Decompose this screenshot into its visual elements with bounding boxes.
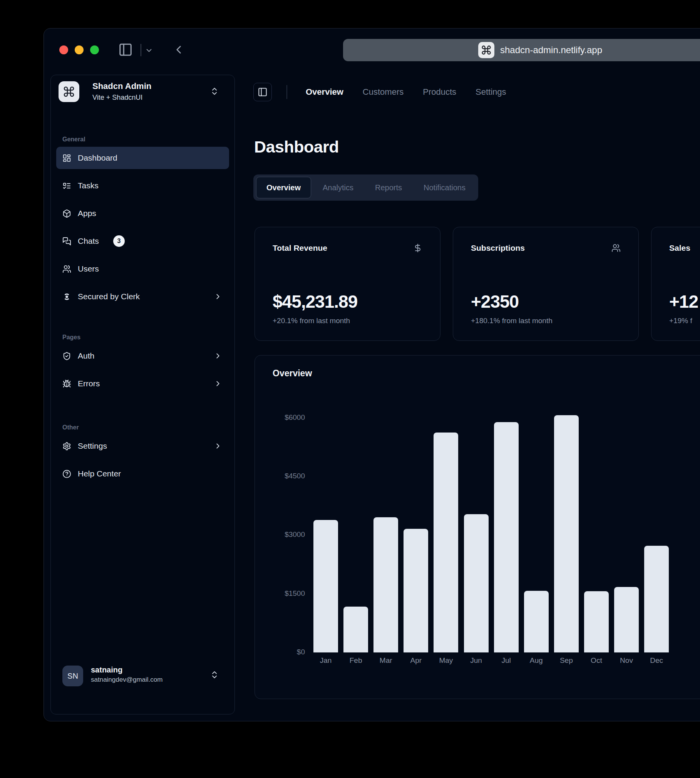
minimize-window-button[interactable]: [75, 45, 84, 54]
sidebar-item-secured-by-clerk[interactable]: Secured by Clerk: [56, 285, 229, 308]
dollar-sign-icon: [413, 243, 422, 253]
tab-notifications[interactable]: Notifications: [414, 177, 476, 198]
user-email: satnaingdev@gmail.com: [91, 676, 162, 684]
section-label-pages: Pages: [62, 334, 234, 341]
chats-badge: 3: [113, 235, 125, 247]
stat-card-total-revenue: Total Revenue$45,231.89+20.1% from last …: [255, 227, 440, 341]
nav-link-customers[interactable]: Customers: [363, 87, 404, 97]
layout-dashboard-icon: [62, 154, 71, 163]
tab-analytics[interactable]: Analytics: [313, 177, 363, 198]
stat-card-header: Total Revenue: [273, 243, 422, 253]
bar-mar: [373, 517, 398, 652]
chevron-right-icon: [214, 379, 222, 388]
bar-jun: [464, 514, 489, 652]
url-text: shadcn-admin.netlify.app: [500, 39, 602, 61]
stat-card-value: $45,231.89: [273, 291, 422, 312]
sidebar-item-label: Auth: [78, 351, 94, 360]
stat-card-title: Sales: [669, 243, 690, 253]
settings-icon: [62, 442, 71, 451]
chevrons-up-down-icon: [210, 87, 219, 96]
user-menu[interactable]: SN satnaing satnaingdev@gmail.com: [56, 664, 229, 689]
stat-card-header: Subscriptions: [471, 243, 621, 253]
tabs-list: OverviewAnalyticsReportsNotifications: [253, 174, 478, 201]
shield-check-icon: [62, 352, 71, 360]
bar-dec: [644, 546, 669, 652]
team-switcher[interactable]: Shadcn Admin Vite + ShadcnUI: [56, 80, 229, 105]
panel-left-icon: [118, 42, 133, 57]
stat-card-value: +2350: [471, 291, 621, 312]
shield-check-icon: [62, 352, 71, 360]
sidebar-item-users[interactable]: Users: [56, 258, 229, 280]
layout-dashboard-icon: [62, 154, 71, 163]
y-axis-tick: $4500: [259, 472, 305, 480]
list-todo-icon: [62, 181, 71, 190]
sidebar-item-auth[interactable]: Auth: [56, 345, 229, 367]
x-axis-tick: Oct: [581, 656, 611, 665]
bug-icon: [62, 379, 71, 388]
sidebar-item-label: Users: [78, 264, 99, 273]
user-name: satnaing: [91, 666, 162, 674]
sidebar: Shadcn Admin Vite + ShadcnUI GeneralDash…: [50, 75, 235, 714]
sidebar-item-label: Tasks: [78, 181, 99, 190]
sidebar-toggle-button[interactable]: [253, 83, 272, 101]
x-axis-tick: Jun: [461, 656, 491, 665]
stat-card-change: +180.1% from last month: [471, 317, 621, 325]
sidebar-item-settings[interactable]: Settings: [56, 435, 229, 457]
sidebar-item-label: Help Center: [78, 469, 121, 478]
bar-feb: [343, 607, 368, 652]
chevron-right-icon: [214, 442, 222, 450]
sidebar-item-chats[interactable]: Chats3: [56, 230, 229, 252]
tab-overview[interactable]: Overview: [256, 177, 311, 198]
stat-card-subscriptions: Subscriptions+2350+180.1% from last mont…: [453, 227, 639, 341]
chevrons-up-down-icon: [210, 670, 219, 681]
chevron-right-icon: [214, 292, 222, 301]
close-window-button[interactable]: [59, 45, 68, 54]
x-axis-tick: Aug: [521, 656, 551, 665]
bar-may: [434, 433, 458, 652]
nav-link-products[interactable]: Products: [423, 87, 456, 97]
bar-chart: $0$1500$3000$4500$6000JanFebMarAprMayJun…: [255, 355, 700, 699]
sidebar-item-apps[interactable]: Apps: [56, 202, 229, 225]
panel-left-icon[interactable]: [118, 42, 133, 57]
settings-icon: [62, 442, 71, 451]
chevron-down-icon[interactable]: [145, 46, 153, 55]
stat-card-value: +12: [669, 291, 700, 312]
nav-link-settings[interactable]: Settings: [476, 87, 506, 97]
sidebar-item-label: Chats: [78, 236, 99, 246]
users-icon: [611, 243, 621, 253]
tab-reports[interactable]: Reports: [365, 177, 412, 198]
sidebar-item-tasks[interactable]: Tasks: [56, 174, 229, 197]
stat-card-change: +19% f: [669, 317, 700, 325]
stat-cards-row: Total Revenue$45,231.89+20.1% from last …: [255, 227, 700, 341]
x-axis-tick: Nov: [611, 656, 641, 665]
chevron-right-icon: [214, 379, 222, 388]
chevrons-up-down-icon: [210, 87, 219, 97]
stat-card-change: +20.1% from last month: [273, 317, 422, 325]
browser-titlebar: shadcn-admin.netlify.app: [44, 29, 700, 71]
sidebar-item-errors[interactable]: Errors: [56, 372, 229, 395]
nav-link-overview[interactable]: Overview: [306, 87, 343, 97]
circle-help-icon: [62, 469, 71, 478]
users-icon: [62, 265, 71, 273]
team-info: Shadcn Admin Vite + ShadcnUI: [92, 81, 151, 102]
sidebar-item-label: Secured by Clerk: [78, 292, 140, 301]
y-axis-tick: $6000: [259, 413, 305, 422]
back-button[interactable]: [172, 43, 185, 56]
messages-square-icon: [62, 237, 71, 246]
section-label-general: General: [62, 136, 234, 143]
zoom-window-button[interactable]: [90, 45, 99, 54]
bug-icon: [62, 379, 71, 388]
clerk-icon: [62, 292, 71, 301]
stat-card-title: Subscriptions: [471, 243, 525, 253]
chevron-down-icon: [145, 46, 153, 55]
sidebar-item-help-center[interactable]: Help Center: [56, 463, 229, 485]
sidebar-item-label: Dashboard: [78, 153, 117, 163]
messages-square-icon: [62, 237, 71, 246]
stat-card-title: Total Revenue: [273, 243, 327, 253]
bar-jul: [494, 422, 519, 652]
chevrons-up-down-icon: [210, 670, 219, 679]
sidebar-item-dashboard[interactable]: Dashboard: [56, 147, 229, 169]
dollar-sign-icon: [413, 243, 422, 253]
y-axis-tick: $0: [259, 648, 305, 656]
url-bar[interactable]: shadcn-admin.netlify.app: [343, 39, 700, 61]
